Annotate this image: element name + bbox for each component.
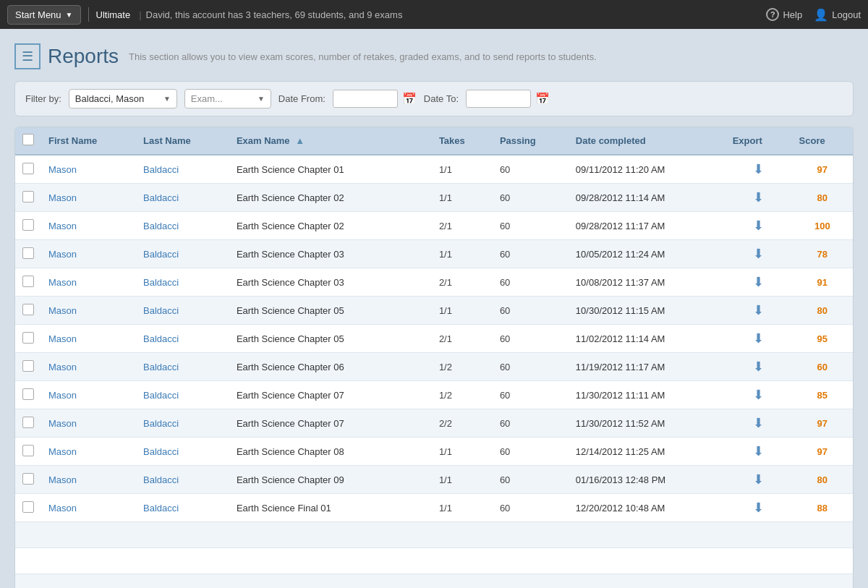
row-checkbox[interactable]	[22, 501, 34, 513]
empty-row	[15, 548, 853, 574]
row-passing: 60	[493, 212, 569, 240]
export-download-icon[interactable]: ⬇	[733, 359, 785, 375]
row-checkbox[interactable]	[22, 388, 34, 400]
nav-pipe: |	[139, 9, 141, 20]
start-menu-arrow: ▼	[66, 11, 73, 19]
row-score: 97	[792, 155, 853, 184]
row-exam-name: Earth Science Chapter 02	[229, 184, 432, 212]
export-download-icon[interactable]: ⬇	[733, 218, 785, 234]
row-export-cell: ⬇	[726, 212, 792, 240]
table-row: Mason Baldacci Earth Science Chapter 09 …	[15, 466, 853, 494]
table-row: Mason Baldacci Earth Science Chapter 08 …	[15, 438, 853, 466]
row-check-cell	[15, 240, 41, 268]
row-checkbox[interactable]	[22, 417, 34, 428]
nav-plan: Ultimate	[96, 9, 131, 20]
row-first-name: Mason	[41, 240, 136, 268]
start-menu-label: Start Menu	[15, 9, 61, 20]
export-download-icon[interactable]: ⬇	[733, 274, 785, 290]
row-check-cell	[15, 268, 41, 297]
export-download-icon[interactable]: ⬇	[733, 415, 785, 431]
row-date-completed: 11/30/2012 11:52 AM	[569, 409, 726, 438]
row-export-cell: ⬇	[726, 438, 792, 466]
row-exam-name: Earth Science Chapter 03	[229, 240, 432, 268]
col-score[interactable]: Score	[792, 127, 853, 155]
start-menu-button[interactable]: Start Menu ▼	[7, 5, 81, 25]
exam-filter-arrow: ▼	[258, 95, 265, 103]
row-last-name: Baldacci	[136, 494, 229, 522]
date-to-input[interactable]	[466, 90, 531, 108]
export-download-icon[interactable]: ⬇	[733, 500, 785, 516]
row-takes: 2/1	[432, 212, 493, 240]
row-takes: 2/1	[432, 325, 493, 353]
row-checkbox[interactable]	[22, 332, 34, 344]
row-checkbox[interactable]	[22, 473, 34, 485]
row-first-name: Mason	[41, 466, 136, 494]
select-all-checkbox[interactable]	[22, 134, 34, 145]
date-to-calendar-icon[interactable]: 📅	[535, 92, 550, 106]
row-checkbox[interactable]	[22, 191, 34, 203]
row-checkbox[interactable]	[22, 304, 34, 315]
row-export-cell: ⬇	[726, 494, 792, 522]
date-from-calendar-icon[interactable]: 📅	[402, 92, 417, 106]
col-last-name[interactable]: Last Name	[136, 127, 229, 155]
row-exam-name: Earth Science Chapter 08	[229, 438, 432, 466]
table-header-row: First Name Last Name Exam Name ▲ Takes P…	[15, 127, 853, 155]
row-check-cell	[15, 184, 41, 212]
help-button[interactable]: ? Help	[766, 8, 802, 21]
col-first-name[interactable]: First Name	[41, 127, 136, 155]
row-score: 97	[792, 409, 853, 438]
student-filter-select[interactable]: Baldacci, Mason ▼	[69, 89, 177, 108]
export-download-icon[interactable]: ⬇	[733, 189, 785, 205]
date-to-label: Date To:	[424, 93, 459, 104]
row-exam-name: Earth Science Chapter 01	[229, 155, 432, 184]
row-score: 88	[792, 494, 853, 522]
exam-filter-select[interactable]: Exam... ▼	[184, 89, 271, 108]
row-takes: 2/1	[432, 268, 493, 297]
logout-label: Logout	[832, 9, 861, 20]
export-download-icon[interactable]: ⬇	[733, 472, 785, 487]
row-checkbox[interactable]	[22, 163, 34, 174]
col-passing[interactable]: Passing	[493, 127, 569, 155]
row-export-cell: ⬇	[726, 155, 792, 184]
empty-row	[15, 522, 853, 548]
row-date-completed: 10/30/2012 11:15 AM	[569, 297, 726, 325]
row-exam-name: Earth Science Chapter 05	[229, 325, 432, 353]
export-download-icon[interactable]: ⬇	[733, 246, 785, 262]
row-score: 80	[792, 466, 853, 494]
export-download-icon[interactable]: ⬇	[733, 443, 785, 459]
empty-row	[15, 574, 853, 589]
col-date-completed[interactable]: Date completed	[569, 127, 726, 155]
row-first-name: Mason	[41, 155, 136, 184]
nav-separator	[88, 7, 89, 22]
export-download-icon[interactable]: ⬇	[733, 302, 785, 318]
row-export-cell: ⬇	[726, 184, 792, 212]
row-date-completed: 10/05/2012 11:24 AM	[569, 240, 726, 268]
export-download-icon[interactable]: ⬇	[733, 387, 785, 403]
row-exam-name: Earth Science Chapter 03	[229, 268, 432, 297]
row-last-name: Baldacci	[136, 325, 229, 353]
row-date-completed: 09/28/2012 11:14 AM	[569, 184, 726, 212]
table-row: Mason Baldacci Earth Science Chapter 06 …	[15, 353, 853, 381]
row-export-cell: ⬇	[726, 240, 792, 268]
col-takes[interactable]: Takes	[432, 127, 493, 155]
row-checkbox[interactable]	[22, 219, 34, 231]
row-checkbox[interactable]	[22, 247, 34, 259]
row-first-name: Mason	[41, 353, 136, 381]
row-checkbox[interactable]	[22, 360, 34, 372]
table-row: Mason Baldacci Earth Science Chapter 05 …	[15, 297, 853, 325]
sort-arrow-icon: ▲	[295, 135, 305, 146]
row-date-completed: 10/08/2012 11:37 AM	[569, 268, 726, 297]
row-last-name: Baldacci	[136, 184, 229, 212]
row-exam-name: Earth Science Chapter 06	[229, 353, 432, 381]
reports-icon: ☰	[14, 43, 41, 69]
row-passing: 60	[493, 155, 569, 184]
row-checkbox[interactable]	[22, 276, 34, 287]
col-exam-name[interactable]: Exam Name ▲	[229, 127, 432, 155]
row-checkbox[interactable]	[22, 445, 34, 456]
export-download-icon[interactable]: ⬇	[733, 161, 785, 177]
logout-button[interactable]: 👤 Logout	[814, 8, 861, 22]
date-from-input[interactable]	[333, 90, 398, 108]
row-passing: 60	[493, 494, 569, 522]
export-download-icon[interactable]: ⬇	[733, 331, 785, 346]
date-from-label: Date From:	[278, 93, 326, 104]
